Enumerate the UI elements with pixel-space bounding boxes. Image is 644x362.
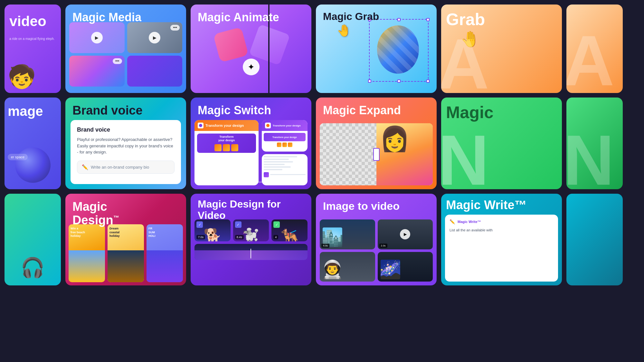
- magic-write-title: Magic Write™: [441, 199, 562, 212]
- switch-panel-1-body: Transformyour design: [194, 131, 259, 185]
- card-magic-animate[interactable]: Magic Animate ✦: [191, 5, 311, 93]
- magic-expand-title: Magic Expand: [323, 104, 401, 117]
- magic-grab-title: Magic Grab: [323, 11, 379, 22]
- write-wand-icon: ✏️: [450, 219, 455, 224]
- card-video-partial[interactable]: video a ride on a magical flying eleph. …: [5, 5, 61, 93]
- grab-big-letter: A: [441, 29, 489, 93]
- expand-checkerboard: [320, 123, 376, 185]
- itv-timer-2: 2.0s: [379, 244, 387, 248]
- design-thumb-3: FR SUM HOLI: [147, 224, 183, 282]
- switch-panel-3-footer: [262, 172, 308, 179]
- bv-input-field[interactable]: ✏️ Write an on-brand company bio: [77, 161, 175, 174]
- switch-preview-text-1: Transformyour design: [214, 135, 238, 151]
- card-image-partial[interactable]: mage er space: [5, 97, 61, 189]
- bv-description: Playful or professional? Approachable or…: [77, 136, 175, 155]
- magic-media-title: Magic Media: [72, 11, 141, 24]
- switch-logo-2: [265, 123, 271, 128]
- card-magic-switch[interactable]: Magic Switch Transform your design Trans…: [191, 97, 311, 189]
- card-magic-right2[interactable]: Magic N: [441, 97, 562, 189]
- media-thumb-2: ••• ▶: [127, 22, 183, 53]
- dv-waveform-row: [194, 244, 308, 260]
- write-inner: ✏️ Magic Write™ List all the an availabl…: [445, 215, 558, 282]
- design-thumb-1: Win a free beach holiday: [69, 224, 105, 282]
- design-thumb-3-text: FR SUM HOLI: [147, 224, 183, 241]
- card-grab-partial[interactable]: 🤚 Grab A: [441, 5, 562, 93]
- design-thumbnails: Win a free beach holiday Dream coastal h…: [69, 224, 183, 282]
- dog-figure-2: 🐩: [242, 227, 260, 241]
- main-grid: video a ride on a magical flying eleph. …: [0, 0, 644, 362]
- write-body-text: List all the an available with: [450, 227, 554, 233]
- expand-handle[interactable]: [373, 148, 380, 161]
- image-partial-title: mage: [8, 104, 43, 119]
- card-image-to-video[interactable]: Image to video 🏙️ 4.0s ▶ 2.0s 👨‍🚀 🌌: [316, 194, 437, 285]
- play-btn-2[interactable]: ▶: [149, 32, 160, 43]
- video-figure-icon: 🧒: [8, 63, 36, 90]
- write-header: ✏️ Magic Write™: [450, 219, 554, 224]
- switch-panels: Transform your design Transformyour desi…: [194, 120, 308, 185]
- switch-progress-bar: [198, 181, 304, 183]
- switch-progress-fill: [198, 181, 240, 183]
- bv-placeholder: Write an on-brand company bio: [91, 165, 149, 170]
- more-btn-2[interactable]: •••: [113, 58, 122, 64]
- dv-thumb-3: ✓ 🐕‍🦺 4: [271, 219, 308, 241]
- itv-thumb-space: 🌌: [378, 252, 433, 282]
- more-btn-1[interactable]: •••: [170, 25, 180, 31]
- card-magic-media[interactable]: Magic Media ▶ ••• ▶ ••• •••: [65, 5, 186, 93]
- image-to-video-title: Image to video: [323, 200, 400, 212]
- animate-shape-2: [249, 24, 290, 65]
- switch-panels-right: Transform your design Transform your des…: [262, 120, 308, 185]
- animate-shape-1: [213, 27, 249, 62]
- expand-woman-figure: 👩: [380, 125, 410, 153]
- itv-thumb-play: ▶ 2.0s: [378, 219, 433, 249]
- dv-check-1: ✓: [196, 221, 203, 228]
- svg-point-1: [266, 124, 270, 127]
- card-magic-grab[interactable]: Magic Grab 🤚: [316, 5, 437, 93]
- handle-bl: [368, 79, 371, 83]
- itv-play-button[interactable]: ▶: [400, 229, 410, 239]
- magic-right2-letter: N: [441, 125, 489, 189]
- image-badge: er space: [8, 154, 28, 160]
- sparkle-icon: ✦: [243, 59, 260, 75]
- bv-wand-icon: ✏️: [82, 164, 88, 170]
- switch-logo-1: [198, 123, 204, 128]
- card-magic-design[interactable]: MagicDesign™ Win a free beach holiday Dr…: [65, 194, 186, 285]
- card-brand-voice[interactable]: Brand voice Brand voice Playful or profe…: [65, 97, 186, 189]
- bv-subtitle: Brand voice: [77, 126, 175, 133]
- coastal-img: [108, 250, 144, 282]
- itv-timer-1: 4.0s: [321, 244, 329, 248]
- grab-cursor-icon: 🤚: [337, 24, 351, 37]
- media-thumb-3: •••: [69, 56, 125, 87]
- magic-right2-title: Magic: [446, 104, 493, 121]
- play-btn-1[interactable]: ▶: [91, 32, 103, 43]
- media-thumb-4: [127, 56, 183, 87]
- card-gradient-partial[interactable]: 🎧: [5, 194, 61, 285]
- switch-panel-2-title: Transform your design: [273, 124, 301, 127]
- dv-thumb-1: ✓ 🐕 7.0s: [194, 219, 231, 241]
- handle-t: [397, 18, 401, 21]
- space-icon: 🌌: [379, 259, 402, 280]
- card-magic-write[interactable]: Magic Write™ ✏️ Magic Write™ List all th…: [441, 194, 562, 285]
- switch-preview-1: Transformyour design: [197, 134, 256, 153]
- summer-img: [147, 250, 183, 282]
- svg-point-0: [199, 124, 202, 127]
- switch-panel-1-header: Transform your design: [194, 120, 259, 131]
- dv-check-3: ✓: [273, 221, 280, 228]
- switch-panel-2-body: Transform your design: [262, 131, 308, 149]
- card-magic-design-video[interactable]: Magic Design for Video ✓ 🐕 7.0s ✓ 🐩 8.4s…: [191, 194, 311, 285]
- brand-voice-content: Brand voice Playful or professional? App…: [71, 120, 181, 184]
- selection-box: [369, 19, 429, 82]
- itv-thumb-astronaut: 👨‍🚀: [320, 252, 375, 282]
- card-row2-col6: N: [566, 97, 623, 189]
- expand-inner: 👩: [320, 123, 433, 185]
- media-thumb-1: ▶: [69, 22, 125, 53]
- handle-br: [426, 79, 430, 83]
- media-grid: ▶ ••• ▶ ••• •••: [69, 22, 182, 89]
- dv-timer-2: 8.4s: [235, 235, 244, 239]
- switch-panel-3: [262, 154, 308, 186]
- card-magic-expand[interactable]: Magic Expand 👩: [316, 97, 437, 189]
- card-row1-col6: A: [566, 5, 623, 93]
- dog-figure-1: 🐕: [204, 227, 222, 241]
- magic-design-title: MagicDesign™: [72, 200, 119, 227]
- handle-b: [397, 79, 401, 83]
- switch-panel-2: Transform your design Transform your des…: [262, 120, 308, 152]
